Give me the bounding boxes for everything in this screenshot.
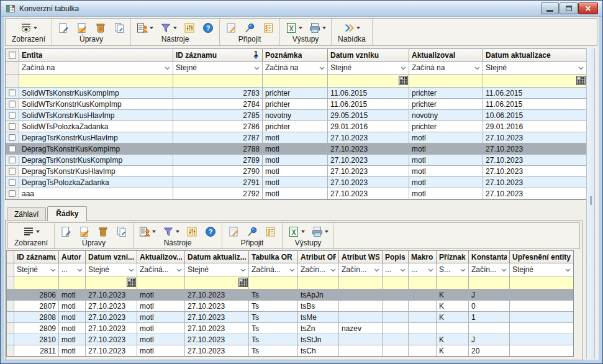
filter-funnel-button[interactable] <box>162 225 179 238</box>
table-row[interactable]: SolidWTsKonstrKusKompImp2783prichter11.0… <box>6 88 586 99</box>
column-header[interactable]: Příznak <box>437 251 469 263</box>
delete-record-button[interactable] <box>94 22 107 34</box>
scrollbar-track[interactable] <box>586 48 595 358</box>
filter-combo[interactable]: Začíná na <box>409 61 483 75</box>
table-row[interactable]: 2806motl27.10.2023motl27.10.2023TstsApJn… <box>7 289 573 301</box>
table-row[interactable]: DepragTsrKonstrKusHlavImp2787motl27.10.2… <box>6 132 586 143</box>
table-row[interactable]: SolidWTsKonstrKusHlavImp2785novotny29.05… <box>6 110 586 121</box>
column-header[interactable]: Entita <box>19 49 173 61</box>
tab-active[interactable]: Řádky <box>47 206 87 221</box>
filter-combo[interactable]: Začín... <box>469 263 510 276</box>
filter-input-cell[interactable] <box>483 75 586 88</box>
column-header[interactable]: Upřesnění entity <box>510 251 573 263</box>
filter-input-cell[interactable] <box>249 276 298 289</box>
column-header[interactable]: Atribut OR <box>298 251 339 263</box>
column-header[interactable]: Popis <box>383 251 409 263</box>
filter-input-cell[interactable] <box>409 75 483 88</box>
filter-input-cell[interactable] <box>510 276 573 289</box>
settings-sliders-button[interactable] <box>186 225 198 238</box>
close-button[interactable]: ✕ <box>578 2 598 14</box>
column-header[interactable]: ID záznamu1 <box>173 49 263 61</box>
filter-combo[interactable]: Stejné <box>86 263 137 276</box>
new-record-button[interactable] <box>60 225 72 238</box>
tab-inactive[interactable]: Záhlaví <box>7 207 46 221</box>
table-row[interactable]: DepragTsrKonstrKusKompImp2789motl27.10.2… <box>6 155 586 166</box>
filter-combo[interactable]: Stejné <box>510 263 573 276</box>
row-checkbox[interactable] <box>9 157 16 163</box>
tools-list-button[interactable] <box>136 22 153 34</box>
settings-sliders-button[interactable] <box>183 22 196 34</box>
filter-input-cell[interactable] <box>469 276 510 289</box>
dropdown-arrow-icon[interactable] <box>322 27 326 29</box>
eye-view-button[interactable] <box>20 22 37 34</box>
excel-export-button[interactable]: X <box>285 22 302 34</box>
table-row[interactable]: 2809motl27.10.2023motl27.10.2023TstsZnna… <box>7 323 573 334</box>
print-button[interactable] <box>311 225 329 238</box>
filter-input-cell[interactable] <box>14 276 59 289</box>
select-all-gutter[interactable] <box>7 251 14 263</box>
dropdown-arrow-icon[interactable] <box>36 230 40 233</box>
column-header[interactable]: Aktualizoval <box>409 49 483 61</box>
filter-input-cell[interactable] <box>437 276 469 289</box>
chevron-down-icon[interactable] <box>501 265 507 274</box>
maximize-button[interactable] <box>560 2 578 14</box>
date-picker-button[interactable] <box>399 76 408 87</box>
list-view-button[interactable] <box>22 225 40 238</box>
chevron-down-icon[interactable] <box>330 265 336 274</box>
attach-note-button[interactable] <box>225 22 237 34</box>
filter-combo[interactable]: ... <box>409 263 437 276</box>
edit-record-button[interactable] <box>78 225 91 238</box>
excel-export-button[interactable]: X <box>288 225 305 238</box>
dropdown-arrow-icon[interactable] <box>34 27 37 29</box>
column-header[interactable]: Datum vzni... <box>86 251 137 263</box>
dropdown-arrow-icon[interactable] <box>152 230 156 233</box>
filter-input-cell[interactable] <box>298 276 339 289</box>
filter-combo[interactable]: Začíná... <box>249 263 298 276</box>
filter-combo[interactable]: ... <box>383 263 409 276</box>
filter-input-cell[interactable] <box>173 75 263 88</box>
table-row[interactable]: SolidWTsrKonstrKusKompImp2784prichter11.… <box>6 99 586 110</box>
pin-button[interactable] <box>246 225 258 238</box>
scrollbar-thumb[interactable] <box>590 196 592 205</box>
table-row[interactable]: 2808motl27.10.2023motl27.10.2023TstsMeK1 <box>7 312 573 323</box>
filter-combo[interactable]: Stejné <box>14 263 59 276</box>
filter-input-cell[interactable] <box>19 75 173 88</box>
date-picker-button[interactable] <box>127 278 136 289</box>
chevron-down-icon[interactable] <box>165 63 170 72</box>
menu-chevrons-button[interactable] <box>343 22 360 34</box>
new-record-button[interactable] <box>57 22 70 34</box>
table-row[interactable]: SolidWTsPolozkaZadanka2786prichter29.01.… <box>6 121 586 132</box>
row-checkbox[interactable] <box>9 190 16 197</box>
chevron-down-icon[interactable] <box>254 63 260 72</box>
filter-input-cell[interactable] <box>86 276 137 289</box>
help-button[interactable]: ? <box>202 22 214 34</box>
column-header[interactable]: ID záznamu <box>14 251 59 263</box>
chevron-down-icon[interactable] <box>374 265 379 274</box>
filter-input-cell[interactable] <box>263 75 328 88</box>
copy-record-button[interactable] <box>113 22 125 34</box>
table-row[interactable]: 2807motl27.10.2023motl27.10.2023TstsBsK0 <box>7 301 573 312</box>
help-button[interactable]: ? <box>204 225 217 238</box>
print-button[interactable] <box>309 22 326 34</box>
filter-combo[interactable]: S... <box>437 263 469 276</box>
row-checkbox[interactable] <box>9 112 16 119</box>
filter-combo[interactable]: Začín... <box>298 263 339 276</box>
chevron-down-icon[interactable] <box>240 265 246 274</box>
attach-note-button[interactable] <box>227 225 240 238</box>
column-header[interactable]: Atribut WS <box>339 251 383 263</box>
dropdown-arrow-icon[interactable] <box>356 27 360 29</box>
copy-record-button[interactable] <box>116 225 128 238</box>
chevron-down-icon[interactable] <box>565 265 571 274</box>
row-checkbox[interactable] <box>9 101 16 107</box>
column-header[interactable]: Tabulka OR <box>249 251 298 263</box>
filter-combo[interactable]: Začíná na <box>263 61 328 75</box>
filter-combo[interactable]: ... <box>59 263 86 276</box>
delete-record-button[interactable] <box>97 225 109 238</box>
row-checkbox[interactable] <box>9 134 16 141</box>
filter-input-cell[interactable] <box>339 276 383 289</box>
filter-input-cell[interactable] <box>59 276 86 289</box>
chevron-down-icon[interactable] <box>176 265 182 274</box>
chevron-down-icon[interactable] <box>129 265 134 274</box>
chevron-down-icon[interactable] <box>77 265 83 274</box>
row-checkbox[interactable] <box>9 123 16 130</box>
